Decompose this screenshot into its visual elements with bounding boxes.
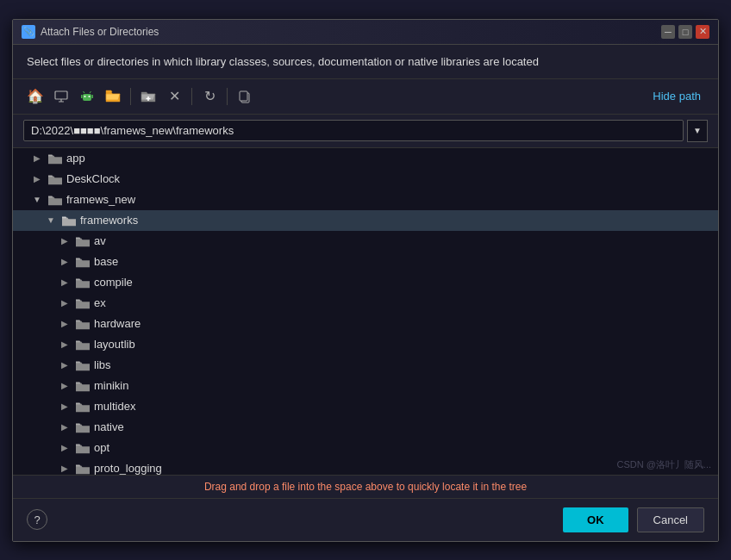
tree-item-native[interactable]: ▶ native [13, 417, 718, 438]
copy-button[interactable] [233, 84, 257, 109]
cancel-button[interactable]: Cancel [637, 507, 704, 532]
help-button[interactable]: ? [27, 509, 47, 530]
separator-2 [191, 88, 192, 105]
hide-path-button[interactable]: Hide path [646, 86, 708, 106]
svg-rect-8 [81, 95, 83, 98]
chevron-frameworks: ▼ [44, 214, 58, 227]
folder-icon-hardware [75, 316, 91, 332]
path-dropdown-button[interactable]: ▼ [687, 120, 708, 142]
tree-item-proto-logging[interactable]: ▶ proto_logging [13, 458, 718, 476]
folder-icon-deskclock [47, 171, 63, 187]
ok-button[interactable]: OK [563, 507, 628, 532]
footer: ? OK Cancel [13, 499, 718, 541]
tree-item-compile[interactable]: ▶ compile [13, 272, 718, 293]
description-text: Select files or directories in which lib… [27, 55, 539, 68]
chevron-framews-new: ▼ [30, 193, 44, 207]
tree-item-base[interactable]: ▶ base [13, 252, 718, 272]
tree-label-ex: ex [94, 296, 106, 309]
svg-line-6 [84, 91, 85, 93]
folder-icon-frameworks [61, 213, 77, 228]
chevron-proto-logging: ▶ [58, 462, 72, 476]
tree-item-av[interactable]: ▶ av [13, 231, 718, 252]
home-button[interactable]: 🏠 [23, 84, 47, 109]
folder-icon-ex [75, 296, 91, 311]
tree-label-app: app [66, 152, 85, 165]
toolbar-left: 🏠 [23, 84, 257, 109]
refresh-button[interactable]: ↻ [197, 84, 222, 109]
tree-item-layoutlib[interactable]: ▶ layoutlib [13, 334, 718, 355]
svg-line-7 [90, 91, 91, 93]
tree-label-deskclock: DeskClock [66, 172, 120, 185]
chevron-app: ▶ [30, 152, 44, 165]
chevron-compile: ▶ [58, 276, 72, 289]
tree-item-app[interactable]: ▶ app [13, 148, 718, 169]
svg-point-4 [84, 96, 86, 97]
chevron-native: ▶ [58, 420, 72, 434]
tree-item-framews-new[interactable]: ▼ framews_new [13, 190, 718, 210]
footer-actions: OK Cancel [563, 507, 704, 532]
chevron-opt: ▶ [58, 441, 72, 455]
chevron-minikin: ▶ [58, 379, 72, 393]
title-bar: 📎 Attach Files or Directories ─ □ ✕ [13, 20, 718, 45]
chevron-hardware: ▶ [58, 317, 72, 331]
tree-label-layoutlib: layoutlib [94, 338, 135, 351]
folder-add-button[interactable] [136, 84, 160, 109]
separator-1 [130, 88, 131, 105]
tree-container[interactable]: ▶ app ▶ DeskClock ▼ [13, 148, 718, 476]
folder-icon-libs [75, 358, 91, 373]
path-input[interactable] [23, 120, 684, 141]
watermark: CSDN @洛叶丿随风... [616, 458, 711, 471]
tree-item-multidex[interactable]: ▶ multidex [13, 396, 718, 417]
tree-label-multidex: multidex [94, 400, 135, 413]
svg-rect-9 [92, 95, 94, 98]
folder-icon-base [75, 254, 91, 270]
android-button[interactable] [75, 84, 99, 109]
status-bar: Drag and drop a file into the space abov… [13, 476, 718, 499]
tree-label-framews-new: framews_new [66, 193, 135, 206]
minimize-button[interactable]: ─ [661, 25, 675, 39]
folder-icon-av [75, 233, 91, 249]
folder-icon-minikin [75, 378, 91, 394]
svg-rect-0 [55, 91, 67, 99]
monitor-button[interactable] [49, 84, 73, 109]
separator-3 [227, 88, 228, 105]
title-bar-left: 📎 Attach Files or Directories [22, 25, 159, 39]
folder-icon-layoutlib [75, 337, 91, 352]
title-controls: ─ □ ✕ [661, 25, 709, 39]
tree-label-compile: compile [94, 276, 133, 289]
tree-item-deskclock[interactable]: ▶ DeskClock [13, 169, 718, 190]
tree-label-av: av [94, 234, 106, 247]
delete-button[interactable]: ✕ [162, 84, 186, 109]
folder-open-button[interactable] [101, 84, 125, 109]
chevron-av: ▶ [58, 234, 72, 248]
svg-point-5 [89, 96, 91, 97]
maximize-button[interactable]: □ [678, 25, 692, 39]
chevron-deskclock: ▶ [30, 172, 44, 186]
toolbar: 🏠 [13, 79, 718, 115]
tree-label-hardware: hardware [94, 317, 141, 330]
svg-rect-13 [240, 91, 247, 101]
chevron-base: ▶ [58, 255, 72, 269]
status-message: Drag and drop a file into the space abov… [204, 481, 527, 493]
tree-label-frameworks: frameworks [80, 214, 138, 227]
description-bar: Select files or directories in which lib… [13, 45, 718, 79]
folder-icon-compile [75, 275, 91, 290]
tree-label-opt: opt [94, 441, 109, 454]
folder-icon-multidex [75, 399, 91, 414]
tree-item-libs[interactable]: ▶ libs [13, 355, 718, 376]
tree-item-frameworks[interactable]: ▼ frameworks [13, 210, 718, 231]
tree-item-opt[interactable]: ▶ opt [13, 438, 718, 458]
folder-icon-app [47, 151, 63, 166]
tree-item-ex[interactable]: ▶ ex [13, 293, 718, 314]
chevron-ex: ▶ [58, 296, 72, 310]
attach-files-dialog: 📎 Attach Files or Directories ─ □ ✕ Sele… [12, 19, 719, 542]
tree-item-minikin[interactable]: ▶ minikin [13, 376, 718, 396]
tree-label-libs: libs [94, 358, 111, 371]
folder-icon-proto-logging [75, 461, 91, 476]
chevron-libs: ▶ [58, 358, 72, 372]
folder-icon-opt [75, 440, 91, 456]
dialog-title: Attach Files or Directories [41, 26, 159, 38]
tree-label-base: base [94, 255, 118, 268]
close-button[interactable]: ✕ [696, 25, 709, 39]
tree-item-hardware[interactable]: ▶ hardware [13, 314, 718, 334]
